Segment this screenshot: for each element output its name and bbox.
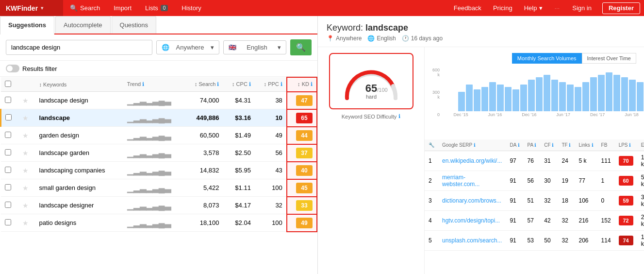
search-button[interactable]: 🔍: [290, 39, 312, 55]
row-checkbox[interactable]: [1, 197, 18, 214]
table-row[interactable]: ★ small garden design ▁▂▃▂▃▄▃ 5,422 $1.1…: [1, 179, 317, 197]
star-icon[interactable]: ★: [22, 97, 29, 104]
row-checkbox[interactable]: [1, 109, 18, 127]
row-star[interactable]: ★: [18, 127, 35, 144]
serp-link[interactable]: unsplash.com/search...: [442, 237, 502, 244]
serp-link[interactable]: en.wikipedia.org/wiki/...: [442, 157, 502, 164]
chart-x-labels: Dec '15Jun '16Dec '16Jun '17Dec '17Jun '…: [444, 112, 644, 117]
tab-suggestions[interactable]: Suggestions: [0, 16, 54, 34]
row-checkbox[interactable]: [1, 179, 18, 197]
row-star[interactable]: ★: [18, 179, 35, 197]
brand-logo[interactable]: KWFinder ▾: [0, 0, 63, 16]
row-checkbox[interactable]: [1, 162, 18, 179]
toggle-switch[interactable]: [6, 65, 19, 72]
lps-badge: 74: [619, 236, 633, 245]
language-selector[interactable]: 🇬🇧 English ▾: [223, 40, 286, 54]
nav-import[interactable]: Import: [107, 0, 138, 16]
location-selector[interactable]: 🌐 Anywhere ▾: [156, 40, 219, 54]
row-trend: ▁▂▃▂▃▄▃: [123, 144, 184, 162]
row-checkbox[interactable]: [1, 92, 18, 109]
serp-row: 1 en.wikipedia.org/wiki/... 97 76 31 24 …: [425, 151, 644, 171]
row-trend: ▁▂▃▂▃▄▃: [123, 214, 184, 232]
serp-url[interactable]: hgtv.com/design/topi...: [438, 211, 506, 231]
col-trend[interactable]: Trend ℹ: [123, 77, 184, 92]
star-icon[interactable]: ★: [22, 219, 29, 227]
chart-bar: [613, 75, 620, 111]
row-kd: 47: [287, 92, 317, 109]
tab-questions[interactable]: Questions: [112, 16, 157, 34]
info-icon[interactable]: ℹ: [398, 113, 400, 120]
row-checkbox[interactable]: [1, 214, 18, 232]
star-icon[interactable]: ★: [22, 184, 29, 192]
table-row[interactable]: ★ patio designs ▁▂▃▂▃▄▃ 18,100 $2.04 100…: [1, 214, 317, 232]
table-row[interactable]: ★ landscape designer ▁▂▃▂▃▄▃ 8,073 $4.17…: [1, 197, 317, 214]
row-checkbox[interactable]: [1, 127, 18, 144]
serp-url[interactable]: en.wikipedia.org/wiki/...: [438, 151, 506, 171]
signin-button[interactable]: Sign in: [565, 0, 598, 16]
row-kd: 40: [287, 162, 317, 179]
monthly-search-btn[interactable]: Monthly Search Volumes: [512, 53, 582, 64]
select-all-checkbox[interactable]: [5, 81, 11, 87]
col-search[interactable]: ↕ Search ℹ: [184, 77, 223, 92]
row-star[interactable]: ★: [18, 92, 35, 109]
results-filter-toggle[interactable]: Results filter: [6, 65, 57, 72]
row-checkbox[interactable]: [1, 144, 18, 162]
row-cpc: $3.16: [223, 109, 254, 127]
row-keyword: garden design: [35, 127, 123, 144]
nav-help[interactable]: Help ▾: [518, 0, 549, 16]
kd-badge: 47: [296, 95, 313, 106]
trend-chart: ▁▂▃▂▃▄▃: [127, 95, 171, 106]
serp-link[interactable]: dictionary.com/brows...: [442, 197, 501, 204]
row-star[interactable]: ★: [18, 144, 35, 162]
nav-feedback[interactable]: Feedback: [448, 0, 487, 16]
col-kd[interactable]: ↕ KD ℹ: [287, 77, 317, 92]
table-row[interactable]: ★ landscape garden ▁▂▃▂▃▄▃ 3,578 $2.50 5…: [1, 144, 317, 162]
location-icon: 🌐: [162, 44, 169, 51]
row-star[interactable]: ★: [18, 197, 35, 214]
col-ppc[interactable]: ↕ PPC ℹ: [255, 77, 287, 92]
keyword-title: Keyword: landscape: [327, 23, 635, 33]
star-icon[interactable]: ★: [22, 114, 29, 122]
nav-separator: ···: [548, 0, 565, 16]
col-cpc[interactable]: ↕ CPC ℹ: [223, 77, 254, 92]
star-icon[interactable]: ★: [22, 149, 29, 157]
serp-cf: 50: [540, 231, 558, 251]
lps-badge: 72: [619, 216, 633, 225]
star-icon[interactable]: ★: [22, 167, 29, 174]
nav-history[interactable]: History: [175, 0, 208, 16]
star-icon[interactable]: ★: [22, 132, 29, 139]
serp-cf: 42: [540, 211, 558, 231]
table-row[interactable]: ★ landscaping companies ▁▂▃▂▃▄▃ 14,832 $…: [1, 162, 317, 179]
keyword-search-input[interactable]: [6, 40, 152, 55]
register-button[interactable]: Register: [602, 2, 640, 14]
table-row[interactable]: ★ landscape design ▁▂▃▂▃▄▃ 74,000 $4.31 …: [1, 92, 317, 109]
row-star[interactable]: ★: [18, 109, 35, 127]
nav-search[interactable]: 🔍 Search: [63, 0, 107, 16]
serp-pa: 76: [524, 151, 541, 171]
chart-bar: [606, 72, 612, 111]
row-star[interactable]: ★: [18, 162, 35, 179]
star-icon[interactable]: ★: [22, 202, 29, 209]
interest-over-time-btn[interactable]: Interest Over Time: [582, 53, 636, 64]
chart-y-axis: 600 k 300 k 0: [432, 68, 442, 117]
serp-url[interactable]: unsplash.com/search...: [438, 231, 506, 251]
serp-fb: 111: [597, 151, 615, 171]
serp-lps: 70: [615, 151, 637, 171]
difficulty-gauge: 65 /100 hard: [329, 53, 413, 109]
serp-url[interactable]: dictionary.com/brows...: [438, 191, 506, 211]
table-row[interactable]: ★ garden design ▁▂▃▂▃▄▃ 60,500 $1.49 49 …: [1, 127, 317, 144]
table-row[interactable]: ★ landscape ▁▂▃▂▃▄▃ 449,886 $3.16 10 65: [1, 109, 317, 127]
serp-link[interactable]: merriam-webster.com...: [442, 174, 479, 188]
col-keywords[interactable]: ↕ Keywords: [35, 77, 123, 92]
row-keyword: small garden design: [35, 179, 123, 197]
serp-url[interactable]: merriam-webster.com...: [438, 171, 506, 191]
svg-text:/100: /100: [377, 87, 387, 93]
nav-right: Feedback Pricing Help ▾ ··· Sign in Regi…: [448, 0, 644, 16]
chart-bar: [637, 82, 644, 111]
tab-autocomplete[interactable]: Autocomplete: [55, 16, 111, 34]
serp-link[interactable]: hgtv.com/design/topi...: [442, 217, 500, 224]
serp-ev: 32 k: [637, 191, 644, 211]
nav-lists[interactable]: Lists 0: [138, 0, 175, 16]
row-star[interactable]: ★: [18, 214, 35, 232]
nav-pricing[interactable]: Pricing: [487, 0, 518, 16]
